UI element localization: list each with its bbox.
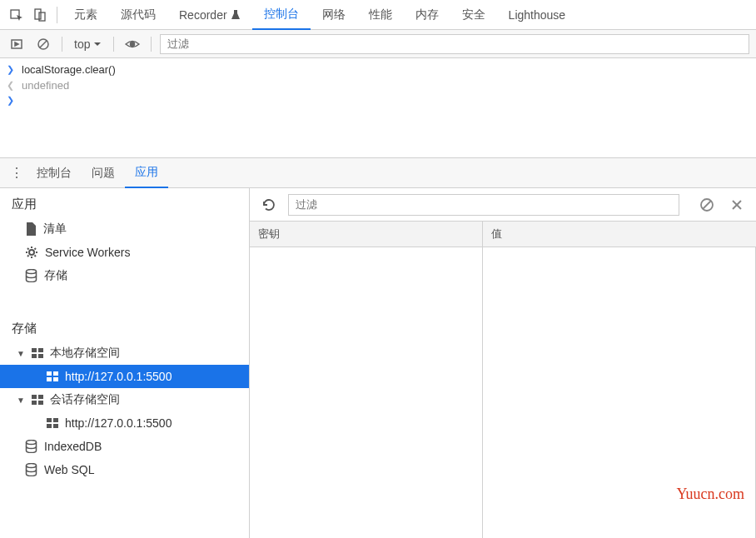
separator (57, 7, 57, 23)
sidebar-item-manifest[interactable]: 清单 (0, 217, 249, 241)
svg-point-7 (29, 250, 34, 255)
sidebar-item-indexeddb[interactable]: IndexedDB (0, 435, 249, 458)
console-filter-input[interactable] (160, 34, 749, 54)
drawer-tab-console[interactable]: 控制台 (27, 158, 82, 188)
output-marker-icon: ❮ (7, 80, 15, 91)
document-icon (25, 222, 37, 236)
svg-rect-24 (53, 424, 58, 428)
separator (62, 37, 62, 52)
grid-icon (32, 348, 43, 358)
caret-down-icon: ▼ (17, 349, 25, 358)
more-icon[interactable]: ⋮ (7, 165, 27, 181)
svg-rect-17 (32, 395, 37, 399)
storage-filter-input[interactable] (288, 194, 679, 216)
input-marker-icon: ❯ (7, 64, 15, 75)
delete-icon[interactable] (726, 194, 748, 216)
drawer-tab-application[interactable]: 应用 (125, 158, 168, 188)
sidebar-item-session-storage[interactable]: ▼ 会话存储空间 (0, 388, 249, 411)
svg-rect-15 (47, 377, 52, 381)
database-icon (25, 269, 37, 282)
console-toolbar: top (0, 30, 756, 58)
input-marker-icon: ❯ (7, 95, 15, 106)
column-key[interactable]: 密钥 (250, 222, 483, 247)
sidebar-item-storage[interactable]: 存储 (0, 264, 249, 287)
inspect-icon[interactable] (5, 3, 28, 27)
tab-security[interactable]: 安全 (450, 0, 497, 30)
svg-point-8 (27, 270, 37, 274)
sidebar-item-session-storage-origin[interactable]: http://127.0.0.1:5500 (0, 411, 249, 435)
section-application: 应用 (0, 188, 249, 217)
caret-down-icon: ▼ (17, 396, 25, 405)
svg-rect-9 (32, 348, 37, 352)
tab-network[interactable]: 网络 (311, 0, 357, 30)
grid-icon (47, 371, 58, 381)
svg-rect-21 (47, 418, 52, 422)
svg-point-26 (27, 464, 37, 468)
devtools-tabs: 元素 源代码 Recorder 控制台 网络 性能 内存 安全 Lighthou… (0, 0, 756, 30)
svg-rect-22 (53, 418, 58, 422)
column-value[interactable]: 值 (483, 222, 510, 247)
tab-console[interactable]: 控制台 (252, 0, 311, 30)
svg-point-25 (27, 441, 37, 445)
clear-console-icon[interactable] (33, 34, 53, 54)
tab-sources[interactable]: 源代码 (109, 0, 167, 30)
svg-rect-1 (35, 9, 41, 19)
application-sidebar: 应用 清单 Service Workers 存储 存储 ▼ 本地存储空间 htt… (0, 188, 250, 538)
tab-lighthouse[interactable]: Lighthouse (497, 0, 578, 30)
eye-icon[interactable] (122, 34, 142, 54)
section-storage: 存储 (0, 312, 249, 341)
database-icon (25, 463, 37, 476)
svg-rect-12 (38, 354, 43, 358)
database-icon (25, 440, 37, 453)
svg-line-5 (40, 41, 47, 47)
svg-rect-19 (32, 401, 37, 405)
svg-rect-14 (53, 371, 58, 376)
application-panel: 应用 清单 Service Workers 存储 存储 ▼ 本地存储空间 htt… (0, 188, 756, 538)
sidebar-item-local-storage-origin[interactable]: http://127.0.0.1:5500 (0, 365, 249, 388)
svg-rect-10 (38, 348, 43, 352)
refresh-icon[interactable] (258, 194, 280, 216)
separator (113, 37, 114, 52)
context-selector[interactable]: top (71, 37, 105, 51)
tab-memory[interactable]: 内存 (404, 0, 450, 30)
console-output: ❯ localStorage.clear() ❮ undefined ❯ (0, 58, 756, 158)
console-prompt[interactable]: ❯ (0, 93, 756, 107)
drawer-tab-issues[interactable]: 问题 (82, 158, 125, 188)
tab-performance[interactable]: 性能 (357, 0, 404, 30)
storage-toolbar (250, 188, 756, 222)
sidebar-item-service-workers[interactable]: Service Workers (0, 241, 249, 264)
tab-elements[interactable]: 元素 (62, 0, 109, 30)
device-toggle-icon[interactable] (28, 3, 52, 27)
svg-line-28 (703, 201, 711, 209)
svg-rect-23 (47, 424, 52, 428)
console-output-line: ❮ undefined (0, 77, 756, 93)
svg-rect-13 (47, 371, 52, 376)
svg-point-6 (131, 42, 135, 46)
separator (151, 37, 152, 52)
svg-rect-18 (38, 395, 43, 399)
flask-icon (231, 9, 241, 21)
tab-recorder[interactable]: Recorder (167, 0, 252, 30)
drawer-tabs: ⋮ 控制台 问题 应用 (0, 158, 756, 188)
svg-rect-16 (53, 377, 58, 381)
console-input-line[interactable]: ❯ localStorage.clear() (0, 62, 756, 77)
watermark: Yuucn.com (677, 486, 744, 503)
show-sidebar-icon[interactable] (7, 34, 27, 54)
chevron-down-icon (93, 40, 102, 48)
sidebar-item-websql[interactable]: Web SQL (0, 458, 249, 481)
storage-table-header: 密钥 值 (250, 222, 756, 247)
svg-rect-20 (38, 401, 43, 405)
gear-icon (25, 246, 38, 259)
grid-icon (47, 418, 58, 428)
grid-icon (32, 395, 43, 405)
clear-all-icon[interactable] (696, 194, 718, 216)
svg-rect-11 (32, 354, 37, 358)
sidebar-item-local-storage[interactable]: ▼ 本地存储空间 (0, 341, 249, 365)
